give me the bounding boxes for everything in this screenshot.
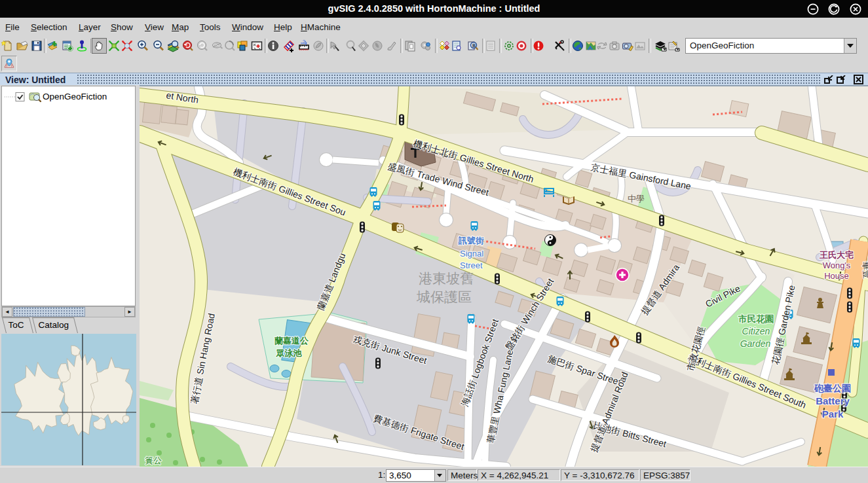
svg-text:Park: Park	[822, 408, 844, 420]
svg-text:王氏大宅: 王氏大宅	[819, 250, 854, 260]
svg-text:市民花園: 市民花園	[738, 314, 774, 324]
svg-text:House: House	[824, 271, 849, 281]
svg-text:B: B	[472, 43, 476, 48]
svg-text:Citizen: Citizen	[742, 326, 770, 336]
svg-text:Garden: Garden	[740, 338, 771, 349]
svg-text:港東坡舊: 港東坡舊	[419, 271, 474, 286]
svg-text:訊號街: 訊號街	[458, 236, 484, 245]
svg-text:Wong's: Wong's	[823, 260, 851, 270]
svg-text:Battery: Battery	[816, 395, 850, 406]
svg-text:?: ?	[303, 39, 305, 44]
svg-text:蘭嘉道公: 蘭嘉道公	[274, 336, 309, 346]
svg-text:Street: Street	[460, 260, 483, 270]
svg-text:中學: 中學	[628, 194, 645, 204]
svg-text:城保護區: 城保護區	[416, 289, 472, 304]
svg-text:眾泳池: 眾泳池	[276, 348, 303, 358]
svg-text:簣公: 簣公	[145, 456, 162, 465]
svg-text:Signal: Signal	[460, 249, 483, 259]
svg-text:砲臺公園: 砲臺公園	[814, 383, 851, 393]
